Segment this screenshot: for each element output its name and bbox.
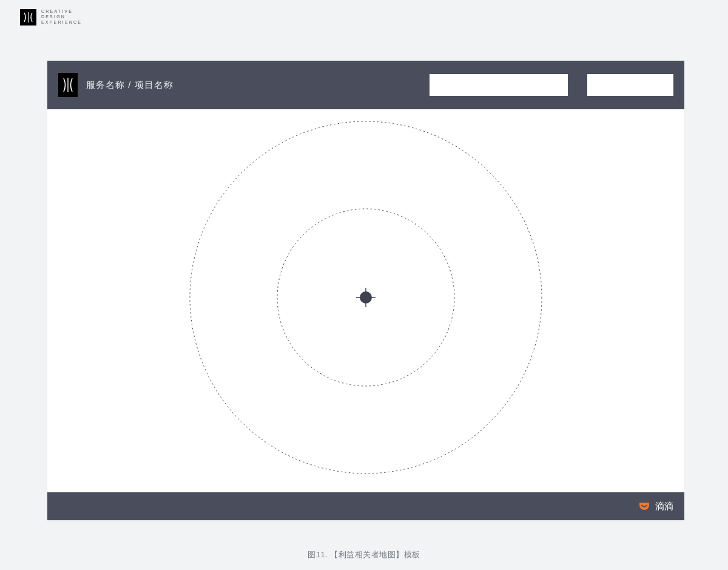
card-header-title: 服务名称 / 项目名称: [86, 80, 174, 91]
brand-line-1: CREATIVE: [41, 9, 82, 15]
brand-text: CREATIVE DESIGN EXPERIENCE: [41, 9, 82, 25]
card-header-logo-icon: [58, 73, 78, 97]
card-header: 服务名称 / 项目名称: [47, 61, 684, 109]
brand-mark-icon: [20, 9, 36, 25]
brand-line-2: DESIGN: [41, 15, 82, 20]
header-slot-2[interactable]: [587, 74, 673, 96]
page-brand: CREATIVE DESIGN EXPERIENCE: [20, 9, 82, 25]
didi-icon: [638, 500, 650, 512]
center-dot: [360, 291, 372, 304]
header-slot-1[interactable]: [430, 74, 568, 96]
brand-line-3: EXPERIENCE: [41, 20, 82, 25]
stakeholder-diagram: [47, 109, 684, 492]
template-card: 服务名称 / 项目名称 滴滴: [47, 61, 684, 520]
card-footer: 滴滴: [47, 492, 684, 520]
figure-caption: 图11. 【利益相关者地图】模板: [0, 549, 728, 560]
footer-brand-label: 滴滴: [655, 501, 673, 512]
card-body: [47, 109, 684, 492]
